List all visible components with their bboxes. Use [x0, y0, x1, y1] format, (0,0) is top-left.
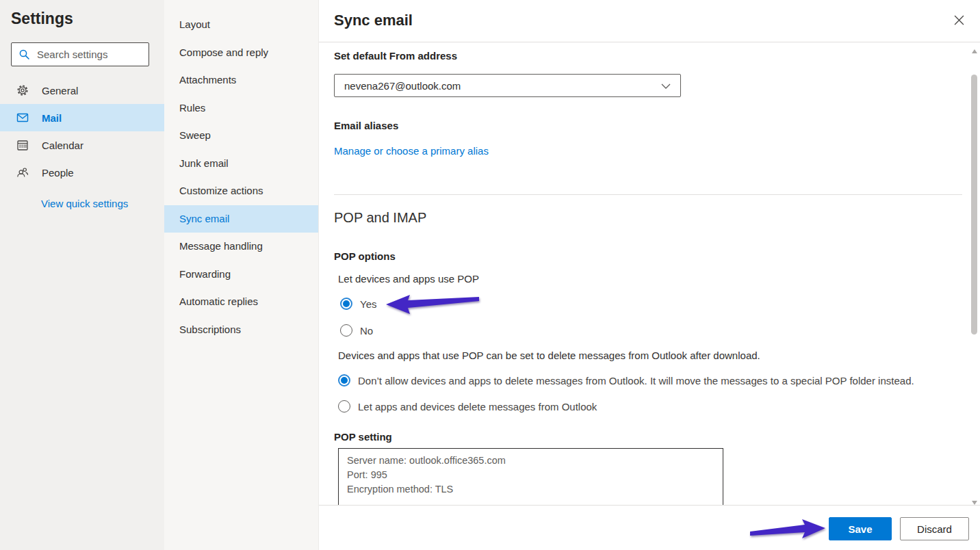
from-address-dropdown[interactable]: nevena267@outlook.com: [334, 74, 681, 97]
radio-let-delete-label: Let apps and devices delete messages fro…: [358, 401, 597, 413]
pop-server-name: Server name: outlook.office365.com: [347, 454, 714, 468]
sidebar-item-calendar[interactable]: Calendar: [0, 131, 164, 159]
panel-header: Sync email: [319, 0, 980, 42]
radio-row-let-delete: Let apps and devices delete messages fro…: [338, 400, 597, 413]
category-item-junk-email[interactable]: Junk email: [164, 150, 318, 178]
people-icon: [16, 166, 29, 179]
pop-options-label: POP options: [334, 250, 396, 262]
sidebar-item-general[interactable]: General: [0, 77, 164, 104]
settings-search-box[interactable]: [11, 42, 149, 66]
save-button[interactable]: Save: [829, 517, 892, 540]
mail-settings-category-list: Layout Compose and reply Attachments Rul…: [164, 0, 319, 550]
arrow-pointing-to-yes-radio: [385, 293, 480, 316]
close-icon: [954, 15, 964, 28]
close-button[interactable]: [949, 11, 969, 31]
category-item-automatic-replies[interactable]: Automatic replies: [164, 288, 318, 316]
from-address-label: Set default From address: [334, 50, 457, 62]
category-item-sweep[interactable]: Sweep: [164, 122, 318, 150]
radio-yes[interactable]: [340, 298, 352, 310]
sidebar-item-people[interactable]: People: [0, 159, 164, 186]
calendar-icon: [16, 139, 29, 151]
sidebar-item-label: People: [42, 167, 74, 179]
sync-email-panel: Sync email Set default From address neve…: [319, 0, 980, 550]
panel-footer: Save Discard: [319, 505, 980, 550]
scrollbar-thumb[interactable]: [971, 75, 977, 335]
manage-alias-link[interactable]: Manage or choose a primary alias: [334, 145, 489, 157]
from-address-value: nevena267@outlook.com: [344, 80, 661, 92]
view-quick-settings-link[interactable]: View quick settings: [41, 198, 128, 209]
radio-no-label: No: [360, 325, 373, 337]
radio-let-delete[interactable]: [338, 400, 350, 413]
vertical-scrollbar[interactable]: [970, 43, 980, 509]
radio-row-no: No: [340, 324, 373, 337]
radio-no[interactable]: [340, 324, 352, 337]
settings-dialog-title: Settings: [11, 10, 73, 28]
email-aliases-label: Email aliases: [334, 120, 398, 131]
sidebar-item-label: General: [42, 85, 78, 96]
category-item-subscriptions[interactable]: Subscriptions: [164, 316, 318, 344]
gear-icon: [16, 84, 29, 96]
sidebar-item-mail[interactable]: Mail: [0, 104, 164, 131]
radio-row-yes: Yes: [340, 298, 376, 310]
category-item-compose-and-reply[interactable]: Compose and reply: [164, 39, 318, 67]
category-item-message-handling[interactable]: Message handling: [164, 233, 318, 261]
arrow-pointing-to-save-button: [749, 519, 826, 542]
scroll-down-arrow-icon[interactable]: [972, 501, 977, 505]
radio-row-dont-allow-delete: Don’t allow devices and apps to delete m…: [338, 374, 914, 387]
section-divider: [334, 194, 962, 195]
category-item-attachments[interactable]: Attachments: [164, 66, 318, 94]
mail-icon: [16, 112, 29, 124]
radio-dont-allow-delete-label: Don’t allow devices and apps to delete m…: [358, 375, 914, 387]
use-pop-question: Let devices and apps use POP: [338, 273, 479, 285]
pop-port: Port: 995: [347, 468, 714, 482]
search-icon: [18, 49, 31, 60]
settings-sidebar: Settings General Mail Calendar: [0, 0, 164, 550]
discard-button[interactable]: Discard: [900, 517, 969, 540]
pop-delete-description: Devices and apps that use POP can be set…: [338, 350, 760, 361]
pop-encryption-method: Encryption method: TLS: [347, 482, 714, 497]
category-item-forwarding[interactable]: Forwarding: [164, 261, 318, 289]
pop-setting-label: POP setting: [334, 431, 392, 443]
category-item-layout[interactable]: Layout: [164, 11, 318, 39]
search-settings-input[interactable]: [37, 49, 173, 60]
radio-yes-label: Yes: [360, 298, 376, 310]
chevron-down-icon: [661, 79, 671, 92]
category-item-sync-email[interactable]: Sync email: [164, 205, 318, 233]
pop-imap-heading: POP and IMAP: [334, 210, 426, 226]
category-item-customize-actions[interactable]: Customize actions: [164, 177, 318, 205]
sidebar-item-label: Mail: [42, 112, 62, 124]
scroll-up-arrow-icon[interactable]: [972, 49, 977, 53]
sidebar-item-label: Calendar: [42, 140, 83, 151]
radio-dont-allow-delete[interactable]: [338, 374, 350, 387]
panel-title: Sync email: [334, 12, 413, 29]
category-item-rules[interactable]: Rules: [164, 94, 318, 122]
sidebar-nav-list: General Mail Calendar People: [0, 77, 164, 186]
